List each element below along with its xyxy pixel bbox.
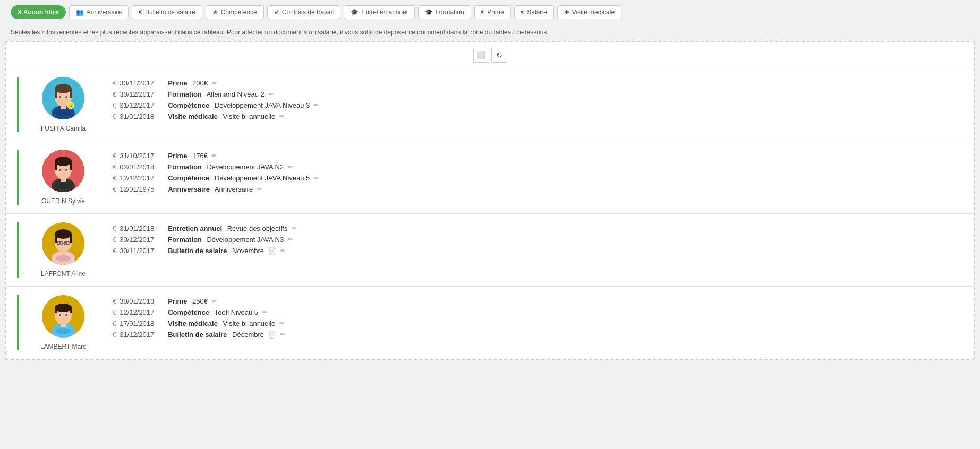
- visite-label: Visite médicale: [572, 8, 615, 16]
- event-line: € 12/12/2017 Compétence Toefl Niveau 5 ✏: [113, 308, 963, 316]
- no-filter-label: X Aucun filtre: [18, 8, 59, 16]
- filter-prime[interactable]: € Prime: [474, 5, 511, 19]
- event-detail: Novembre: [231, 247, 265, 255]
- svg-rect-27: [55, 234, 57, 243]
- edit-icon[interactable]: ✏: [280, 247, 285, 254]
- event-type: Prime: [168, 79, 187, 87]
- no-filter-button[interactable]: X Aucun filtre: [11, 5, 66, 19]
- edit-icon[interactable]: ✏: [292, 225, 296, 232]
- svg-rect-40: [55, 307, 57, 313]
- event-date: 12/12/2017: [120, 308, 165, 316]
- svg-point-42: [59, 314, 61, 316]
- event-line: € 17/01/2018 Visite médicale Visite bi-a…: [113, 320, 963, 327]
- pdf-icon[interactable]: 📄: [268, 247, 276, 255]
- event-detail: Anniversaire: [213, 185, 253, 193]
- event-detail: 250€: [190, 297, 208, 305]
- event-date: 12/01/1975: [120, 185, 165, 193]
- event-detail: Visite bi-annuelle: [221, 113, 275, 120]
- event-detail: Développement JAVA Niveau 5: [212, 174, 310, 182]
- employee-name-laffont: LAFFONT Aline: [41, 270, 86, 278]
- edit-icon[interactable]: ✏: [269, 91, 274, 98]
- refresh-button[interactable]: ↻: [491, 48, 507, 63]
- employee-events-laffont: € 31/01/2018 Entretien annuel Revue des …: [113, 222, 963, 255]
- svg-point-21: [56, 183, 71, 189]
- filter-entretien[interactable]: 🎓 Entretien annuel: [344, 5, 414, 19]
- table-toolbar: ⬜ ↻: [6, 42, 974, 68]
- event-detail: Visite bi-annuelle: [221, 320, 275, 327]
- event-line: € 30/11/2017 Prime 200€ ✏: [113, 79, 963, 87]
- event-type: Compétence: [168, 308, 209, 316]
- event-type: Visite médicale: [168, 113, 218, 120]
- event-coin-icon: €: [113, 247, 116, 255]
- event-detail: 200€: [190, 79, 208, 87]
- event-detail: Développement JAVA Niveau 3: [212, 101, 310, 109]
- event-date: 31/12/2017: [120, 101, 165, 109]
- edit-icon[interactable]: ✏: [280, 331, 285, 338]
- export-button[interactable]: ⬜: [473, 48, 489, 63]
- svg-rect-6: [70, 88, 72, 98]
- svg-point-9: [59, 96, 61, 98]
- svg-rect-41: [70, 307, 72, 313]
- edit-icon[interactable]: ✏: [257, 186, 262, 193]
- svg-rect-17: [55, 161, 57, 170]
- filter-salaire[interactable]: € Salaire: [514, 5, 554, 19]
- employee-left-lambert: LAMBERT Marc: [17, 295, 102, 350]
- edit-icon[interactable]: ✏: [279, 320, 284, 327]
- edit-icon[interactable]: ✏: [212, 152, 217, 159]
- avatar-guerin[interactable]: [42, 150, 84, 192]
- pdf-icon[interactable]: 📄: [268, 331, 276, 339]
- edit-icon[interactable]: ✏: [288, 236, 293, 243]
- event-type: Compétence: [168, 174, 209, 182]
- anniversaire-label: Anniversaire: [87, 8, 122, 16]
- event-type: Bulletin de salaire: [168, 331, 227, 339]
- filter-competence[interactable]: ★ Compétence: [206, 5, 264, 19]
- svg-point-4: [55, 84, 72, 93]
- svg-point-26: [55, 229, 72, 239]
- event-coin-icon: €: [113, 320, 116, 327]
- event-coin-icon: €: [113, 308, 116, 316]
- event-date: 31/01/2018: [120, 113, 165, 120]
- event-detail: Revue des objectifs: [225, 225, 287, 232]
- edit-icon[interactable]: ✏: [279, 113, 284, 120]
- svg-point-11: [56, 110, 71, 116]
- edit-icon[interactable]: ✏: [314, 102, 319, 109]
- event-line: € 12/12/2017 Compétence Développement JA…: [113, 174, 963, 182]
- info-text: Seules les infos récentes et les plus ré…: [0, 24, 980, 39]
- svg-point-19: [59, 169, 61, 171]
- filter-visite[interactable]: ✚ Visite médicale: [557, 5, 621, 19]
- svg-point-10: [65, 96, 67, 98]
- edit-icon[interactable]: ✏: [212, 80, 217, 87]
- event-type: Prime: [168, 152, 187, 160]
- event-date: 17/01/2018: [120, 320, 165, 327]
- edit-icon[interactable]: ✏: [262, 309, 267, 316]
- avatar-lambert[interactable]: [42, 295, 84, 338]
- filter-contrats[interactable]: ✔ Contrats de travail: [267, 5, 340, 19]
- event-date: 31/01/2018: [120, 225, 165, 232]
- filter-bulletin[interactable]: € Bulletin de salaire: [132, 5, 202, 19]
- event-type: Anniversaire: [168, 185, 210, 193]
- filter-anniversaire[interactable]: 👥 Anniversaire: [69, 5, 129, 19]
- event-date: 31/10/2017: [120, 152, 165, 160]
- svg-point-44: [56, 328, 71, 334]
- avatar-laffont[interactable]: [42, 222, 84, 265]
- event-date: 30/11/2017: [120, 247, 165, 255]
- event-coin-icon: €: [113, 163, 116, 171]
- prime-label: Prime: [487, 8, 504, 16]
- competence-icon: ★: [212, 8, 218, 16]
- employee-events-guerin: € 31/10/2017 Prime 176€ ✏ € 02/01/2018 F…: [113, 150, 963, 193]
- filter-formation[interactable]: 🎓 Formation: [418, 5, 471, 19]
- svg-point-39: [55, 304, 72, 312]
- employee-row: ★ FUSHIA Camila € 30/11/2017 Prime 200€ …: [6, 68, 974, 141]
- edit-icon[interactable]: ✏: [212, 298, 217, 305]
- employee-events-lambert: € 30/01/2018 Prime 250€ ✏ € 12/12/2017 C…: [113, 295, 963, 339]
- edit-icon[interactable]: ✏: [314, 175, 319, 182]
- contrats-label: Contrats de travail: [282, 8, 334, 16]
- event-type: Prime: [168, 297, 187, 305]
- edit-icon[interactable]: ✏: [288, 163, 293, 170]
- employee-name-fushia: FUSHIA Camila: [41, 125, 86, 132]
- svg-point-32: [59, 241, 61, 244]
- event-detail: Décembre: [231, 331, 265, 339]
- event-detail: Toefl Niveau 5: [212, 308, 258, 316]
- avatar-fushia[interactable]: ★: [42, 77, 84, 119]
- entretien-label: Entretien annuel: [361, 8, 407, 16]
